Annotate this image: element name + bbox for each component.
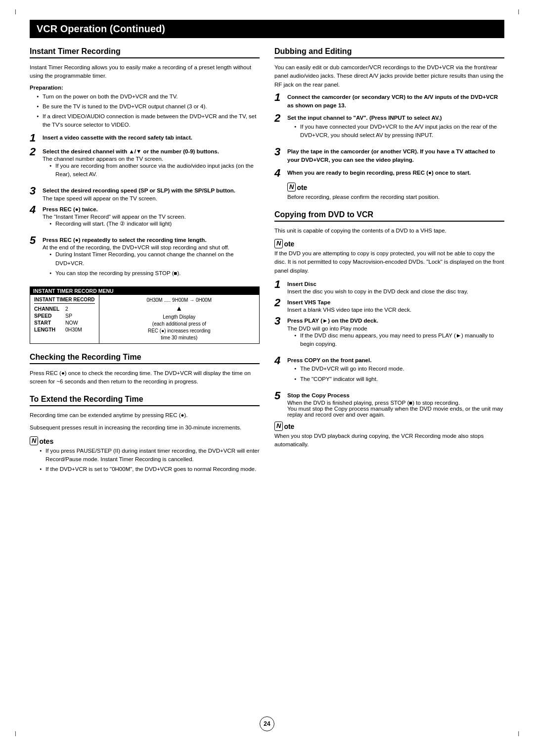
step-copy-4: 4 Press COPY on the front panel. The DVD… [274, 356, 504, 387]
step-num-1: 1 [30, 133, 43, 143]
step-dub-2: 2 Set the input channel to "AV". (Press … [274, 114, 504, 143]
copying-note1-body: If the DVD you are attempting to copy is… [274, 249, 504, 275]
note-word-copy1: ote [284, 239, 294, 249]
step-copy-bold-4: Press COPY on the front panel. [287, 357, 371, 363]
extend-time-note: N otes If you press PAUSE/STEP (II) duri… [30, 436, 260, 474]
step-copy-bold-2: Insert VHS Tape [287, 299, 330, 305]
step-dub-num-2: 2 [274, 113, 287, 124]
timer-menu-sub-header: INSTANT TIMER RECORD [34, 297, 95, 304]
timer-value-length: 0H30M [65, 327, 82, 332]
timer-menu-body: INSTANT TIMER RECORD CHANNEL 2 SPEED SP … [30, 295, 259, 343]
step-copy-bullet-4-1: The DVD+VCR will go into Record mode. [294, 365, 504, 373]
preparation-list: Turn on the power on both the DVD+VCR an… [37, 93, 260, 130]
timer-row-start: START NOW [34, 320, 95, 326]
timer-rec-increases: REC (●) increases recording [104, 328, 254, 334]
left-column: Instant Timer Recording Instant Timer Re… [30, 47, 260, 482]
step-content-1: Insert a video cassette with the record … [43, 134, 260, 142]
step-content-5: Press REC (●) repeatedly to select the r… [43, 236, 260, 282]
extend-note-bullet-2: If the DVD+VCR is set to "0H00M", the DV… [40, 465, 260, 473]
preparation-label: Preparation: [30, 85, 260, 91]
timer-menu-right: 0H30M ..... 9H00M → 0H00M ▲ Length Displ… [99, 295, 259, 343]
step-dub-bold-2: Set the input channel to "AV". (Press IN… [287, 115, 442, 121]
check-time-body: Press REC (●) once to check the recordin… [30, 369, 260, 386]
step-itr-5: 5 Press REC (●) repeatedly to select the… [30, 236, 260, 282]
note-icon-copy2: N [274, 422, 283, 431]
step-body-5: At the end of the recording, the DVD+VCR… [43, 244, 260, 250]
step-dub-content-1: Connect the camcorder (or secondary VCR)… [287, 93, 504, 110]
timer-length-label: Length Display [104, 314, 254, 321]
extend-note-bullet-1: If you press PAUSE/STEP (II) during inst… [40, 447, 260, 464]
step-bullets-5: During Instant Timer Recording, you cann… [49, 250, 260, 278]
timer-label-length: LENGTH [34, 327, 61, 332]
step-dub-bullets-2: If you have connected your DVD+VCR to th… [294, 123, 504, 140]
timer-row-speed: SPEED SP [34, 313, 95, 319]
timer-menu-left: INSTANT TIMER RECORD CHANNEL 2 SPEED SP … [30, 295, 99, 343]
copying-note2: N ote When you stop DVD playback during … [274, 422, 504, 449]
page: | | | | VCR Operation (Continued) Instan… [0, 0, 534, 756]
page-title: VCR Operation (Continued) [37, 23, 165, 34]
step-dub-content-3: Play the tape in the camcorder (or anoth… [287, 147, 504, 165]
copying-note2-body: When you stop DVD playback during copyin… [274, 432, 504, 449]
section-copying: Copying from DVD to VCR This unit is cap… [274, 210, 504, 449]
step-copy-bold-1: Insert Disc [287, 281, 316, 287]
step-content-3: Select the desired recording speed (SP o… [43, 187, 260, 201]
step-itr-1: 1 Insert a video cassette with the recor… [30, 134, 260, 143]
step-copy-num-4: 4 [274, 355, 287, 366]
step-copy-bullets-4: The DVD+VCR will go into Record mode. Th… [294, 365, 504, 383]
step-itr-4: 4 Press REC (●) twice. The "Instant Time… [30, 205, 260, 233]
corner-mark-bl: | [15, 731, 16, 736]
prep-bullet-3: If a direct VIDEO/AUDIO connection is ma… [37, 112, 260, 130]
step-copy-bold-5: Stop the Copy Process [287, 392, 350, 398]
timer-menu-box: INSTANT TIMER RECORD MENU INSTANT TIMER … [30, 286, 260, 344]
timer-value-channel: 2 [65, 306, 68, 312]
timer-each-press: (each additional press of [104, 321, 254, 328]
timer-label-channel: CHANNEL [34, 306, 61, 312]
step-dub-content-4: When you are ready to begin recording, p… [287, 169, 504, 177]
timer-time-30: time 30 minutes) [104, 334, 254, 341]
page-number: 24 [260, 716, 274, 731]
copying-note1-title: N ote [274, 239, 504, 249]
step-copy-content-5: Stop the Copy Process When the DVD is fi… [287, 391, 504, 418]
step-copy-content-3: Press PLAY (►) on the DVD deck. The DVD … [287, 317, 504, 352]
step-dub-3: 3 Play the tape in the camcorder (or ano… [274, 147, 504, 165]
section-check-time: Checking the Recording Time Press REC (●… [30, 353, 260, 386]
step-copy-bullet-4-2: The "COPY" indicator will light. [294, 375, 504, 383]
step-dub-content-2: Set the input channel to "AV". (Press IN… [287, 114, 504, 143]
step-bold-4: Press REC (●) twice. [43, 206, 98, 212]
dubbing-note-title: N ote [287, 183, 504, 193]
step-bold-2: Select the desired channel with ▲/▼ or t… [43, 148, 219, 154]
step-copy-body-2: Insert a blank VHS video tape into the V… [287, 307, 504, 313]
note-word-dub: ote [297, 183, 307, 193]
section-dubbing: Dubbing and Editing You can easily edit … [274, 47, 504, 201]
step-copy-bullets-3: If the DVD disc menu appears, you may ne… [294, 331, 504, 349]
timer-bar-arrow: ▲ [104, 304, 254, 314]
extend-time-body2: Subsequent presses result in increasing … [30, 424, 260, 432]
prep-bullet-2: Be sure the TV is tuned to the DVD+VCR o… [37, 102, 260, 111]
step-itr-2: 2 Select the desired channel with ▲/▼ or… [30, 147, 260, 183]
timer-row-length: LENGTH 0H30M [34, 327, 95, 332]
step-bullet-2-1: If you are recording from another source… [49, 162, 260, 179]
step-copy-num-2: 2 [274, 297, 287, 308]
timer-label-speed: SPEED [34, 313, 61, 319]
step-copy-3: 3 Press PLAY (►) on the DVD deck. The DV… [274, 317, 504, 352]
step-copy-num-1: 1 [274, 279, 287, 290]
corner-mark-br: | [518, 731, 519, 736]
step-dub-num-4: 4 [274, 168, 287, 179]
step-copy-content-1: Insert Disc Insert the disc you wish to … [287, 280, 504, 294]
step-num-4: 4 [30, 204, 43, 215]
step-body-4: The "Instant Timer Record" will appear o… [43, 214, 260, 220]
section-extend-time: To Extend the Recording Time Recording t… [30, 395, 260, 473]
instant-timer-intro: Instant Timer Recording allows you to ea… [30, 63, 260, 81]
timer-bar-label: 0H30M ..... 9H00M → 0H00M ▲ Length Displ… [104, 297, 254, 341]
timer-row-channel: CHANNEL 2 [34, 306, 95, 312]
page-header: VCR Operation (Continued) [30, 20, 504, 38]
timer-label-start: START [34, 320, 61, 326]
step-content-2: Select the desired channel with ▲/▼ or t… [43, 147, 260, 183]
step-copy-num-5: 5 [274, 390, 287, 401]
step-num-3: 3 [30, 186, 43, 196]
note-icon-dub: N [287, 183, 296, 192]
step-dub-4: 4 When you are ready to begin recording,… [274, 169, 504, 179]
step-copy-content-4: Press COPY on the front panel. The DVD+V… [287, 356, 504, 387]
step-content-4: Press REC (●) twice. The "Instant Timer … [43, 205, 260, 233]
step-dub-num-3: 3 [274, 146, 287, 157]
